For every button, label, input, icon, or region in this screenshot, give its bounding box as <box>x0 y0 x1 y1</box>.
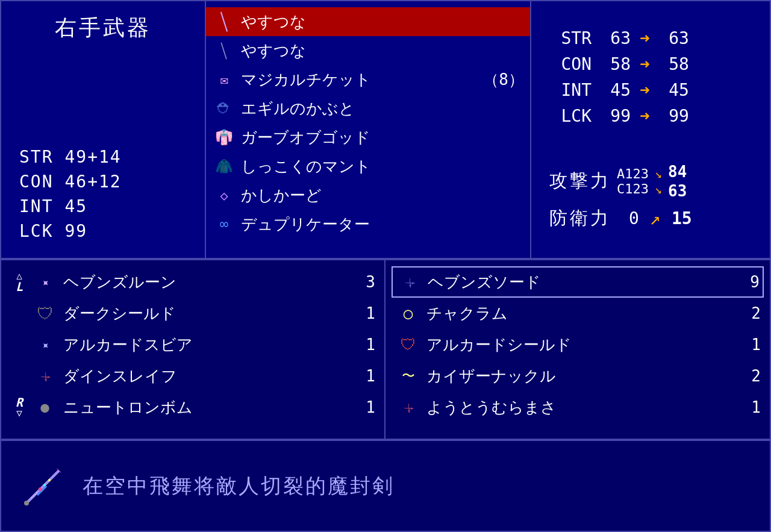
svg-point-4 <box>24 501 29 505</box>
item-name-0: やすつな <box>241 11 524 33</box>
item-row-5[interactable]: 🧥 しっこくのマント <box>206 152 530 181</box>
defense-row: 防衛力 0 ↗ 15 <box>549 206 752 231</box>
inv-name-alucardshield: アルカードシールド <box>426 334 743 355</box>
inv-icon-darkshield: 🛡 <box>31 300 58 327</box>
inv-right-row-3[interactable]: 〜 カイザーナックル 2 <box>392 360 764 392</box>
inv-right-row-1[interactable]: ○ チャクラム 2 <box>392 298 764 329</box>
svg-point-8 <box>48 479 51 481</box>
inv-count-dainsleif: 1 <box>357 367 375 385</box>
dpad-r-label: R <box>16 396 23 408</box>
item-name-6: かしかーど <box>241 185 524 206</box>
inv-icon-dainsleif: ⚔ <box>31 363 58 390</box>
inv-name-heavensrune: ヘブンズルーン <box>63 272 357 293</box>
game-container: 右手武器 STR 49+14 CON 46+12 INT 45 LCK 99 ╱… <box>0 0 771 532</box>
item-icon-7: ∞ <box>212 212 236 236</box>
right-stat-group: STR 63 ➜ 63 CON 58 ➜ 58 INT 45 ➜ 45 <box>549 28 752 126</box>
defense-label: 防衛力 <box>549 206 611 231</box>
inv-count-neutronbomb: 1 <box>357 398 375 416</box>
item-list: ╱ やすつな ╱ やすつな ✉ マジカルチケット （8） ⛑ <box>206 1 531 258</box>
item-row-0[interactable]: ╱ やすつな <box>206 7 530 36</box>
item-icon-1: ╱ <box>212 39 236 63</box>
item-row-2[interactable]: ✉ マジカルチケット （8） <box>206 65 530 94</box>
right-int-arrow: ➜ <box>640 80 650 100</box>
item-icon-4: 👘 <box>212 125 236 149</box>
inv-left-row-0[interactable]: △ L ✦ ヘブンズルーン 3 <box>7 266 378 298</box>
right-con-to: 58 <box>659 54 689 74</box>
inv-name-muramasa: ようとうむらまさ <box>426 397 743 418</box>
defense-from: 0 <box>629 208 639 228</box>
stats-block: STR 49+14 CON 46+12 INT 45 LCK 99 <box>19 147 187 246</box>
item-row-3[interactable]: ⛑ エギルのかぶと <box>206 94 530 123</box>
attack-arrows: ↘ ↘ <box>655 166 662 196</box>
inv-name-kaiserknuckle: カイザーナックル <box>426 366 743 387</box>
inv-icon-muramasa: ⚔ <box>395 394 422 421</box>
inv-icon-chakram: ○ <box>395 300 422 327</box>
desc-item-icon <box>16 459 70 513</box>
right-panel: STR 63 ➜ 63 CON 58 ➜ 58 INT 45 ➜ 45 <box>531 1 770 258</box>
item-name-4: ガーブオブゴッド <box>241 127 524 148</box>
inv-left-row-3[interactable]: ⚔ ダインスレイフ 1 <box>7 360 378 392</box>
dpad-l-label: L <box>16 281 23 293</box>
attack-arrow-c: ↘ <box>655 182 662 196</box>
item-row-7[interactable]: ∞ デュプリケーター <box>206 210 530 239</box>
inv-left-row-2[interactable]: ✦ アルカードスビア 1 <box>7 329 378 360</box>
attack-block: 攻撃力 A123 C123 ↘ ↘ 84 63 防衛力 <box>549 163 752 231</box>
desc-sword-svg <box>19 462 67 510</box>
defense-to: 15 <box>672 208 692 228</box>
stat-int: INT 45 <box>19 196 187 216</box>
inv-name-neutronbomb: ニュートロンボム <box>63 397 357 418</box>
right-lck-label: LCK <box>549 106 592 126</box>
attack-a-to: 84 <box>668 163 687 181</box>
svg-point-7 <box>43 484 46 486</box>
item-icon-5: 🧥 <box>212 154 236 178</box>
item-row-4[interactable]: 👘 ガーブオブゴッド <box>206 123 530 152</box>
inv-right-row-4[interactable]: ⚔ ようとうむらまさ 1 <box>392 392 764 423</box>
right-con-label: CON <box>549 54 592 74</box>
inv-icon-alucardspear: ✦ <box>31 331 58 358</box>
right-lck-arrow: ➜ <box>640 106 650 126</box>
attack-to-vals: 84 63 <box>668 163 687 200</box>
inventory-right: ⚔ ヘブンズソード 9 ○ チャクラム 2 🛡 アルカードシールド 1 <box>386 260 770 439</box>
item-name-3: エギルのかぶと <box>241 98 524 119</box>
item-count-2: （8） <box>483 69 524 90</box>
inv-left-row-4[interactable]: R ▽ ● ニュートロンボム 1 <box>7 392 378 423</box>
right-int-from: 45 <box>601 80 631 100</box>
item-row-6[interactable]: ◇ かしかーど <box>206 181 530 210</box>
inventory-left: △ L ✦ ヘブンズルーン 3 🛡 ダークシールド 1 ✦ <box>1 260 386 439</box>
right-stat-int: INT 45 ➜ 45 <box>549 80 752 100</box>
inv-left-row-1[interactable]: 🛡 ダークシールド 1 <box>7 298 378 329</box>
inv-name-chakram: チャクラム <box>426 303 743 324</box>
right-con-from: 58 <box>601 54 631 74</box>
item-row-1[interactable]: ╱ やすつな <box>206 36 530 65</box>
attack-arrow-a: ↘ <box>655 166 662 181</box>
inv-icon-heavenssword: ⚔ <box>396 269 423 296</box>
right-con-arrow: ➜ <box>640 54 650 74</box>
right-int-to: 45 <box>659 80 689 100</box>
right-lck-from: 99 <box>601 106 631 126</box>
inventory-section: △ L ✦ ヘブンズルーン 3 🛡 ダークシールド 1 ✦ <box>0 259 771 440</box>
inv-count-heavenssword: 9 <box>741 273 760 291</box>
right-int-label: INT <box>549 80 592 100</box>
inv-count-muramasa: 1 <box>743 398 761 416</box>
stat-lck: LCK 99 <box>19 221 187 241</box>
inv-name-alucardspear: アルカードスビア <box>63 334 357 355</box>
inv-count-kaiserknuckle: 2 <box>743 367 761 385</box>
inv-right-row-0[interactable]: ⚔ ヘブンズソード 9 <box>392 266 764 298</box>
item-name-5: しっこくのマント <box>241 156 524 177</box>
inv-count-chakram: 2 <box>743 304 761 322</box>
inv-icon-neutronbomb: ● <box>31 394 58 421</box>
svg-point-6 <box>39 487 42 491</box>
attack-c-from: C123 <box>617 181 649 196</box>
description-text: 在空中飛舞将敵人切裂的魔封剣 <box>83 472 395 500</box>
right-str-label: STR <box>549 28 592 48</box>
stat-str: STR 49+14 <box>19 147 187 167</box>
item-icon-3: ⛑ <box>212 96 236 120</box>
right-str-to: 63 <box>659 28 689 48</box>
item-name-1: やすつな <box>241 40 524 61</box>
dpad-up-indicator: △ L <box>10 271 28 293</box>
right-stat-str: STR 63 ➜ 63 <box>549 28 752 48</box>
inv-name-darkshield: ダークシールド <box>63 303 357 324</box>
inv-right-row-2[interactable]: 🛡 アルカードシールド 1 <box>392 329 764 360</box>
item-icon-2: ✉ <box>212 67 236 92</box>
right-lck-to: 99 <box>659 106 689 126</box>
